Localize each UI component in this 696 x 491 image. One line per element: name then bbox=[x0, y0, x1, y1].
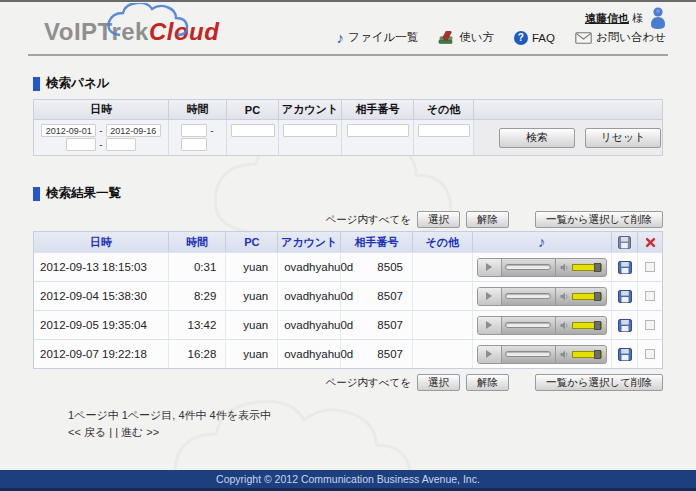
seek-bar[interactable] bbox=[502, 259, 556, 276]
volume-thumb[interactable] bbox=[594, 321, 601, 330]
nav-howto[interactable]: 使い方 bbox=[438, 30, 494, 45]
cell-select bbox=[638, 340, 662, 368]
music-note-icon: ♪ bbox=[337, 32, 345, 44]
results-section: 検索結果一覧 ページ内すべてを 選択 解除 一覧から選択して削除 日時 時間 P… bbox=[33, 182, 663, 391]
cell-pc: yuan bbox=[226, 311, 278, 339]
cell-number: 8505 bbox=[341, 253, 413, 281]
delete-selected-button[interactable]: 一覧から選択して削除 bbox=[535, 374, 663, 391]
section-marker bbox=[33, 187, 40, 201]
date-from-input[interactable] bbox=[41, 124, 96, 137]
volume-thumb[interactable] bbox=[594, 350, 601, 359]
app-logo[interactable]: VoIPTrekCloud bbox=[44, 18, 219, 46]
seek-bar[interactable] bbox=[502, 288, 556, 305]
save-icon[interactable] bbox=[618, 348, 632, 361]
volume-slider[interactable] bbox=[572, 322, 602, 329]
pc-input[interactable] bbox=[231, 124, 275, 137]
envelope-icon bbox=[575, 32, 592, 44]
save-column-header bbox=[612, 232, 638, 252]
save-icon[interactable] bbox=[618, 290, 632, 303]
cell-other bbox=[413, 340, 473, 368]
time-of-day-from-input[interactable] bbox=[66, 138, 96, 151]
cell-save bbox=[612, 340, 638, 368]
nav-file-list[interactable]: ♪ ファイル一覧 bbox=[337, 30, 419, 45]
play-button[interactable] bbox=[478, 259, 502, 276]
cell-audio bbox=[473, 253, 612, 281]
search-button[interactable]: 検索 bbox=[499, 128, 575, 148]
number-input[interactable] bbox=[347, 124, 409, 137]
volume-control bbox=[556, 292, 606, 301]
row-checkbox[interactable] bbox=[645, 262, 655, 272]
duration-to-input[interactable] bbox=[181, 138, 207, 151]
deselect-all-button[interactable]: 解除 bbox=[466, 374, 509, 391]
cell-select bbox=[638, 311, 662, 339]
volume-slider[interactable] bbox=[572, 264, 602, 271]
cell-save bbox=[612, 311, 638, 339]
search-panel-header: 検索パネル bbox=[33, 72, 663, 96]
search-table-body: - - - - bbox=[34, 119, 662, 155]
row-checkbox[interactable] bbox=[645, 291, 655, 301]
col-header-time: 時間 bbox=[169, 232, 227, 252]
reset-button[interactable]: リセット bbox=[585, 128, 661, 148]
user-name-link[interactable]: 遠藤信也 bbox=[585, 12, 629, 24]
deselect-all-button[interactable]: 解除 bbox=[466, 211, 509, 228]
volume-slider[interactable] bbox=[572, 293, 602, 300]
col-header-other: その他 bbox=[413, 232, 473, 252]
nav-contact[interactable]: お問い合わせ bbox=[575, 30, 666, 45]
cell-account: ovadhyahu0d bbox=[278, 282, 341, 310]
date-to-input[interactable] bbox=[106, 124, 161, 137]
account-input[interactable] bbox=[283, 124, 337, 137]
cell-audio bbox=[473, 282, 612, 310]
volume-thumb[interactable] bbox=[594, 292, 601, 301]
row-checkbox[interactable] bbox=[645, 349, 655, 359]
table-row: 2012-09-07 19:22:18 16:28 yuan ovadhyahu… bbox=[34, 339, 662, 368]
cell-save bbox=[612, 282, 638, 310]
cell-account: ovadhyahu0d bbox=[278, 253, 341, 281]
save-icon[interactable] bbox=[618, 319, 632, 332]
select-all-button[interactable]: 選択 bbox=[417, 374, 460, 391]
col-header-number: 相手番号 bbox=[342, 100, 414, 119]
cell-audio bbox=[473, 340, 612, 368]
speaker-icon bbox=[560, 263, 569, 272]
question-icon: ? bbox=[514, 31, 528, 45]
col-header-account: アカウント bbox=[278, 232, 341, 252]
seek-track bbox=[505, 351, 551, 357]
audio-column-header: ♪ bbox=[473, 232, 613, 252]
volume-thumb[interactable] bbox=[594, 263, 601, 272]
speaker-icon bbox=[560, 321, 569, 330]
search-panel-section: 検索パネル 日時 時間 PC アカウント 相手番号 その他 - bbox=[33, 72, 663, 156]
duration-from-input[interactable] bbox=[181, 124, 207, 137]
row-checkbox[interactable] bbox=[645, 320, 655, 330]
pagination-forward-link[interactable]: | 進む >> bbox=[115, 426, 159, 438]
cell-number: 8507 bbox=[341, 311, 413, 339]
seek-track bbox=[505, 264, 551, 270]
volume-slider[interactable] bbox=[572, 351, 602, 358]
nav-faq[interactable]: ? FAQ bbox=[514, 31, 555, 45]
other-input[interactable] bbox=[418, 124, 470, 137]
seek-bar[interactable] bbox=[502, 317, 556, 334]
cell-other bbox=[413, 282, 473, 310]
search-cell-pc bbox=[227, 120, 279, 155]
play-button[interactable] bbox=[478, 288, 502, 305]
nav-contact-label: お問い合わせ bbox=[596, 30, 666, 45]
search-cell-other bbox=[414, 120, 474, 155]
play-button[interactable] bbox=[478, 317, 502, 334]
cell-datetime: 2012-09-05 19:35:04 bbox=[34, 311, 169, 339]
cell-duration: 13:42 bbox=[169, 311, 227, 339]
cell-account: ovadhyahu0d bbox=[278, 340, 341, 368]
select-all-button[interactable]: 選択 bbox=[417, 211, 460, 228]
pagination-back-link[interactable]: << 戻る | bbox=[68, 426, 112, 438]
bulk-controls-top: ページ内すべてを 選択 解除 一覧から選択して削除 bbox=[33, 211, 663, 228]
time-of-day-to-input[interactable] bbox=[106, 138, 136, 151]
col-header-datetime: 日時 bbox=[34, 100, 169, 119]
play-button[interactable] bbox=[478, 346, 502, 363]
audio-player bbox=[477, 316, 607, 335]
cell-duration: 16:28 bbox=[169, 340, 227, 368]
play-icon bbox=[486, 321, 492, 329]
cell-datetime: 2012-09-07 19:22:18 bbox=[34, 340, 169, 368]
play-icon bbox=[486, 350, 492, 358]
delete-column-header bbox=[638, 232, 662, 252]
table-row: 2012-09-05 19:35:04 13:42 yuan ovadhyahu… bbox=[34, 310, 662, 339]
save-icon[interactable] bbox=[618, 261, 632, 274]
delete-selected-button[interactable]: 一覧から選択して削除 bbox=[535, 211, 663, 228]
seek-bar[interactable] bbox=[502, 346, 556, 363]
